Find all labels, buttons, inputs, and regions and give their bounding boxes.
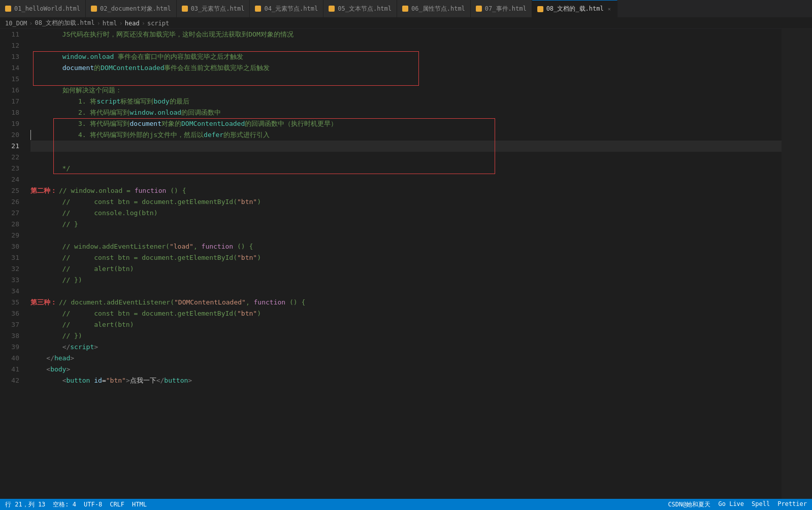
status-spaces: 空格: 4	[53, 500, 76, 509]
tab-label-01: 01_helloWorld.html	[14, 5, 80, 12]
tab-icon-06	[402, 6, 408, 12]
breadcrumb-dom[interactable]: 10_DOM	[5, 20, 27, 27]
ln-32: 32	[0, 263, 19, 275]
tab-icon-01	[5, 6, 11, 12]
code-line-32: // alert(btn)	[30, 263, 782, 275]
code-line-29	[30, 230, 782, 241]
code-line-41: <body>	[30, 364, 782, 375]
tab-icon-04	[255, 6, 261, 12]
ln-14: 14	[0, 62, 19, 74]
tab-label-05: 05_文本节点.html	[338, 5, 392, 13]
code-line-39: </script>	[30, 342, 782, 353]
code-line-11: JS代码在执行时，网页还没有加载完毕，这时会出现无法获取到DOM对象的情况	[30, 29, 782, 40]
tab-close-08[interactable]: ✕	[607, 5, 612, 13]
ln-38: 38	[0, 330, 19, 342]
code-line-18: 2. 将代码编写到window.onload的回调函数中	[30, 107, 782, 118]
tab-bar: 01_helloWorld.html 02_document对象.html 03…	[0, 0, 812, 18]
code-line-21	[30, 141, 782, 152]
code-line-26: // const btn = document.getElementById("…	[30, 196, 782, 208]
tab-04[interactable]: 04_元素节点.html	[250, 0, 323, 18]
ln-16: 16	[0, 85, 19, 96]
breadcrumb-file[interactable]: 08_文档的加载.html	[35, 19, 95, 27]
code-line-37: // alert(btn)	[30, 319, 782, 330]
ln-40: 40	[0, 353, 19, 364]
tab-label-04: 04_元素节点.html	[264, 5, 318, 13]
status-bar: 行 21，列 13 空格: 4 UTF-8 CRLF HTML CSDN@她和夏…	[0, 499, 812, 510]
status-eol: CRLF	[110, 501, 124, 508]
tab-label-02: 02_document对象.html	[100, 5, 171, 13]
tab-06[interactable]: 06_属性节点.html	[397, 0, 471, 18]
tab-label-08: 08_文档的_载.html	[546, 5, 604, 13]
tab-08[interactable]: 08_文档的_载.html ✕	[532, 0, 618, 18]
code-line-28: // }	[30, 219, 782, 230]
ln-34: 34	[0, 286, 19, 297]
ln-24: 24	[0, 174, 19, 185]
code-line-12	[30, 40, 782, 51]
tab-icon-07	[476, 6, 482, 12]
ln-25: 25	[0, 185, 19, 196]
breadcrumb-sep-4: ›	[142, 20, 145, 27]
tab-03[interactable]: 03_元素节点.html	[177, 0, 250, 18]
code-line-27: // console.log(btn)	[30, 208, 782, 219]
tab-icon-08	[537, 6, 543, 12]
editor-container: 11 12 13 14 15 16 17 18 19 20 21 22 23 2…	[0, 29, 812, 499]
ln-22: 22	[0, 152, 19, 163]
code-line-17: 1. 将script标签编写到body的最后	[30, 96, 782, 107]
minimap	[782, 29, 812, 499]
code-line-20: 4. 将代码编写到外部的js文件中，然后以defer的形式进行引入	[30, 129, 782, 141]
ln-30: 30	[0, 241, 19, 252]
code-line-35: 第三种： // document.addEventListener("DOMCo…	[30, 297, 782, 308]
code-line-31: // const btn = document.getElementById("…	[30, 252, 782, 263]
ln-26: 26	[0, 196, 19, 208]
breadcrumb-head[interactable]: head	[125, 20, 140, 27]
ln-19: 19	[0, 118, 19, 129]
status-language: HTML	[132, 501, 147, 508]
ln-33: 33	[0, 275, 19, 286]
ln-15: 15	[0, 74, 19, 85]
breadcrumb-script[interactable]: script	[147, 20, 169, 27]
tab-05[interactable]: 05_文本节点.html	[323, 0, 397, 18]
code-line-34	[30, 286, 782, 297]
status-csdn: CSDN@她和夏天	[668, 500, 710, 509]
status-right: CSDN@她和夏天 Go Live Spell Prettier	[668, 500, 807, 509]
tab-label-06: 06_属性节点.html	[411, 5, 465, 13]
tab-01[interactable]: 01_helloWorld.html	[0, 0, 86, 18]
ln-42: 42	[0, 375, 19, 386]
tab-label-07: 07_事件.html	[485, 5, 527, 13]
code-line-40: </head>	[30, 353, 782, 364]
ln-18: 18	[0, 107, 19, 118]
status-encoding: UTF-8	[84, 501, 102, 508]
ln-39: 39	[0, 342, 19, 353]
breadcrumb-bar: 10_DOM › 08_文档的加载.html › html › head › s…	[0, 18, 812, 29]
code-line-30: // window.addEventListener("load", funct…	[30, 241, 782, 252]
ln-29: 29	[0, 230, 19, 241]
code-line-19: 3. 将代码编写到document对象的DOMContentLoaded的回调函…	[30, 118, 782, 129]
ln-36: 36	[0, 308, 19, 319]
breadcrumb-sep-2: ›	[96, 20, 100, 27]
ln-23: 23	[0, 163, 19, 174]
code-line-16: 如何解决这个问题：	[30, 85, 782, 96]
ln-28: 28	[0, 219, 19, 230]
tab-02[interactable]: 02_document对象.html	[86, 0, 177, 18]
code-wrapper[interactable]: JS代码在执行时，网页还没有加载完毕，这时会出现无法获取到DOM对象的情况 wi…	[25, 29, 782, 499]
ln-13: 13	[0, 51, 19, 62]
code-line-23: */	[30, 163, 782, 174]
ln-21: 21	[0, 141, 19, 152]
ln-17: 17	[0, 96, 19, 107]
tab-icon-03	[182, 6, 188, 12]
tab-label-03: 03_元素节点.html	[191, 5, 245, 13]
code-line-36: // const btn = document.getElementById("…	[30, 308, 782, 319]
breadcrumb-sep-3: ›	[119, 20, 123, 27]
code-area[interactable]: JS代码在执行时，网页还没有加载完毕，这时会出现无法获取到DOM对象的情况 wi…	[25, 29, 782, 386]
breadcrumb-html[interactable]: html	[103, 20, 117, 27]
tab-icon-02	[91, 6, 97, 12]
breadcrumb-sep-1: ›	[29, 20, 33, 27]
status-go-live[interactable]: Go Live	[719, 500, 744, 509]
ln-41: 41	[0, 364, 19, 375]
status-line-col: 行 21，列 13	[5, 500, 45, 509]
status-prettier[interactable]: Prettier	[777, 500, 807, 509]
ln-20: 20	[0, 129, 19, 141]
tab-07[interactable]: 07_事件.html	[471, 0, 532, 18]
status-spell[interactable]: Spell	[752, 500, 770, 509]
code-line-38: // })	[30, 330, 782, 342]
